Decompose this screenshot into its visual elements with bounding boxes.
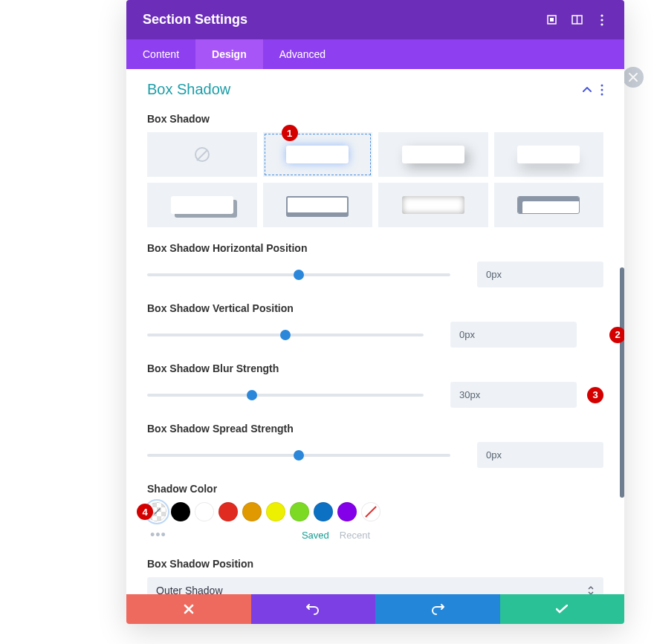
swatch-white[interactable] [195, 502, 214, 521]
preset-none[interactable] [147, 132, 257, 177]
header-actions [545, 14, 608, 26]
blur-label: Box Shadow Blur Strength [147, 362, 603, 374]
svg-point-7 [601, 84, 603, 86]
slider-thumb[interactable] [294, 270, 304, 280]
spread-label: Box Shadow Spread Strength [147, 423, 603, 435]
expand-icon[interactable] [545, 14, 557, 26]
saved-tab[interactable]: Saved [302, 530, 329, 541]
vertical-label: Box Shadow Vertical Position [147, 302, 603, 314]
preset-wide[interactable] [494, 132, 604, 177]
blur-row: 30px 3 [147, 382, 603, 408]
swatch-orange[interactable] [242, 502, 262, 521]
tab-content[interactable]: Content [126, 39, 195, 69]
slider-thumb[interactable] [294, 450, 304, 461]
vertical-row: 0px 2 [147, 322, 603, 348]
save-button[interactable] [500, 594, 625, 624]
blur-slider[interactable] [147, 388, 424, 403]
settings-panel: Box Shadow Box Shadow 1 [126, 69, 624, 594]
settings-modal: Section Settings Content Design Advanced… [126, 0, 624, 624]
section-title: Box Shadow [147, 81, 230, 98]
presets-label: Box Shadow [147, 113, 603, 125]
preset-preview [171, 196, 233, 214]
horizontal-label: Box Shadow Horizontal Position [147, 242, 603, 254]
kebab-icon[interactable] [600, 84, 603, 96]
chevron-up-icon[interactable] [583, 87, 592, 93]
modal-title: Section Settings [143, 12, 247, 27]
preset-preview [402, 146, 464, 163]
svg-point-8 [601, 88, 603, 91]
annotation-2: 2 [609, 327, 624, 343]
preset-outline[interactable] [263, 183, 373, 227]
swatch-yellow[interactable] [266, 502, 285, 521]
preset-drop[interactable] [378, 132, 488, 177]
svg-point-9 [601, 93, 603, 95]
position-label: Box Shadow Position [147, 558, 603, 570]
svg-point-6 [600, 23, 603, 25]
swatch-blue[interactable] [314, 502, 333, 521]
section-actions [583, 84, 603, 96]
annotation-1: 1 [282, 125, 298, 141]
section-title-row: Box Shadow [147, 81, 603, 98]
more-dots-icon[interactable]: ••• [147, 527, 166, 543]
slider-thumb[interactable] [247, 390, 257, 400]
preset-preview [517, 196, 580, 214]
preset-offset[interactable] [147, 183, 257, 227]
redo-button[interactable] [375, 594, 500, 624]
scrollbar-thumb[interactable] [620, 267, 624, 498]
annotation-4: 4 [137, 504, 153, 520]
spread-value[interactable]: 0px [477, 442, 603, 468]
preset-preview [286, 196, 349, 214]
svg-point-5 [600, 19, 603, 21]
undo-button[interactable] [251, 594, 376, 624]
horizontal-slider[interactable] [147, 267, 450, 282]
swatch-red[interactable] [218, 502, 238, 521]
blur-value[interactable]: 30px [450, 382, 577, 408]
preset-preview [286, 146, 349, 163]
preset-glow[interactable]: 1 [263, 132, 373, 177]
spread-slider[interactable] [147, 448, 450, 463]
color-label: Shadow Color [147, 483, 603, 495]
svg-rect-1 [550, 18, 554, 22]
shadow-preset-grid: 1 [147, 132, 603, 227]
columns-icon[interactable] [571, 14, 583, 26]
spread-row: 0px [147, 442, 603, 468]
swatch-transparent[interactable] [361, 502, 381, 521]
modal-header: Section Settings [126, 0, 624, 39]
color-swatches: 4 [147, 502, 603, 521]
position-selected: Outer Shadow [156, 585, 223, 594]
position-select[interactable]: Outer Shadow [147, 577, 603, 594]
tab-advanced[interactable]: Advanced [263, 39, 342, 69]
vertical-slider[interactable] [147, 328, 424, 342]
swatch-green[interactable] [290, 502, 309, 521]
tabs: Content Design Advanced [126, 39, 624, 69]
preset-inset[interactable] [378, 183, 488, 227]
horizontal-value[interactable]: 0px [477, 261, 603, 287]
select-arrows-icon [587, 585, 595, 594]
external-close-button[interactable] [623, 67, 644, 88]
swatch-purple[interactable] [337, 502, 357, 521]
modal-footer [126, 594, 624, 624]
none-icon [195, 147, 210, 162]
slider-thumb[interactable] [280, 330, 291, 340]
preset-inset-offset[interactable] [494, 183, 604, 227]
vertical-value[interactable]: 0px [450, 322, 577, 348]
horizontal-row: 0px [147, 261, 603, 287]
swatch-tabs-row: ••• Saved Recent [147, 527, 370, 543]
preset-preview [517, 146, 580, 163]
cancel-button[interactable] [126, 594, 251, 624]
annotation-3: 3 [587, 387, 603, 403]
svg-point-4 [600, 14, 603, 16]
swatch-black[interactable] [171, 502, 190, 521]
tab-design[interactable]: Design [195, 39, 263, 69]
kebab-icon[interactable] [596, 14, 608, 26]
recent-tab[interactable]: Recent [340, 530, 370, 541]
preset-preview [402, 196, 464, 214]
